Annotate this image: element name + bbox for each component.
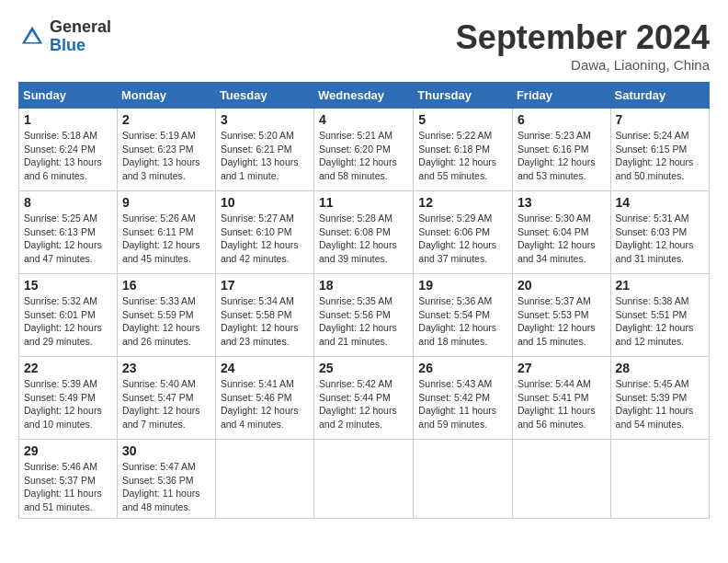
day-info: Sunrise: 5:27 AMSunset: 6:10 PMDaylight:… — [221, 212, 309, 266]
calendar-cell: 16Sunrise: 5:33 AMSunset: 5:59 PMDayligh… — [117, 274, 215, 357]
col-sunday: Sunday — [19, 83, 118, 109]
day-number: 3 — [221, 112, 309, 127]
logo: General Blue — [18, 18, 111, 55]
day-number: 6 — [518, 112, 606, 127]
sunset-text: Sunset: 6:01 PM — [24, 309, 96, 320]
sunrise-text: Sunrise: 5:33 AM — [122, 295, 196, 306]
calendar-table: Sunday Monday Tuesday Wednesday Thursday… — [18, 82, 710, 519]
calendar-cell: 4Sunrise: 5:21 AMSunset: 6:20 PMDaylight… — [314, 109, 414, 191]
calendar-cell: 17Sunrise: 5:34 AMSunset: 5:58 PMDayligh… — [215, 274, 313, 357]
logo-icon — [18, 23, 46, 51]
page-header: General Blue September 2024 Dawa, Liaoni… — [18, 18, 710, 73]
calendar-cell: 8Sunrise: 5:25 AMSunset: 6:13 PMDaylight… — [19, 191, 118, 274]
sunrise-text: Sunrise: 5:21 AM — [319, 130, 392, 141]
day-number: 17 — [221, 278, 309, 293]
day-info: Sunrise: 5:21 AMSunset: 6:20 PMDaylight:… — [319, 129, 408, 183]
day-info: Sunrise: 5:25 AMSunset: 6:13 PMDaylight:… — [24, 212, 112, 266]
calendar-cell — [610, 440, 709, 519]
sunset-text: Sunset: 5:51 PM — [616, 309, 688, 320]
day-info: Sunrise: 5:33 AMSunset: 5:59 PMDaylight:… — [122, 294, 210, 349]
calendar-cell — [314, 440, 414, 519]
calendar-cell: 9Sunrise: 5:26 AMSunset: 6:11 PMDaylight… — [117, 191, 215, 274]
day-info: Sunrise: 5:37 AMSunset: 5:53 PMDaylight:… — [518, 294, 606, 349]
day-number: 24 — [221, 361, 309, 375]
col-monday: Monday — [117, 83, 215, 109]
day-info: Sunrise: 5:41 AMSunset: 5:46 PMDaylight:… — [221, 377, 309, 431]
sunrise-text: Sunrise: 5:26 AM — [122, 213, 196, 224]
col-tuesday: Tuesday — [215, 83, 313, 109]
day-number: 4 — [319, 112, 408, 127]
calendar-cell: 7Sunrise: 5:24 AMSunset: 6:15 PMDaylight… — [610, 109, 709, 191]
calendar-cell: 10Sunrise: 5:27 AMSunset: 6:10 PMDayligh… — [215, 191, 313, 274]
sunrise-text: Sunrise: 5:46 AM — [24, 461, 97, 472]
daylight-text: Daylight: 12 hours and 29 minutes. — [24, 322, 102, 347]
day-info: Sunrise: 5:18 AMSunset: 6:24 PMDaylight:… — [24, 129, 112, 183]
day-info: Sunrise: 5:45 AMSunset: 5:39 PMDaylight:… — [616, 377, 704, 431]
sunrise-text: Sunrise: 5:45 AM — [616, 378, 689, 389]
sunset-text: Sunset: 6:04 PM — [518, 226, 589, 237]
day-number: 21 — [616, 278, 704, 293]
sunrise-text: Sunrise: 5:39 AM — [24, 378, 97, 389]
sunset-text: Sunset: 5:46 PM — [221, 392, 292, 403]
day-number: 11 — [319, 195, 408, 210]
calendar-cell: 13Sunrise: 5:30 AMSunset: 6:04 PMDayligh… — [512, 191, 610, 274]
sunset-text: Sunset: 6:03 PM — [616, 226, 688, 237]
daylight-text: Daylight: 11 hours and 51 minutes. — [24, 488, 102, 512]
sunrise-text: Sunrise: 5:36 AM — [418, 295, 492, 306]
daylight-text: Daylight: 12 hours and 2 minutes. — [319, 405, 397, 430]
calendar-cell — [215, 440, 313, 519]
calendar-cell: 19Sunrise: 5:36 AMSunset: 5:54 PMDayligh… — [414, 274, 513, 357]
day-number: 25 — [319, 361, 408, 375]
calendar-week-row: 1Sunrise: 5:18 AMSunset: 6:24 PMDaylight… — [19, 109, 710, 191]
daylight-text: Daylight: 12 hours and 10 minutes. — [24, 405, 102, 430]
day-info: Sunrise: 5:36 AMSunset: 5:54 PMDaylight:… — [418, 294, 507, 349]
day-number: 19 — [418, 278, 507, 293]
sunset-text: Sunset: 6:15 PM — [616, 144, 688, 155]
sunset-text: Sunset: 6:23 PM — [122, 144, 194, 155]
daylight-text: Daylight: 12 hours and 31 minutes. — [616, 239, 694, 264]
col-wednesday: Wednesday — [314, 83, 414, 109]
day-info: Sunrise: 5:31 AMSunset: 6:03 PMDaylight:… — [616, 212, 704, 266]
daylight-text: Daylight: 11 hours and 56 minutes. — [518, 405, 596, 430]
sunset-text: Sunset: 5:58 PM — [221, 309, 292, 320]
day-number: 16 — [122, 278, 210, 293]
sunrise-text: Sunrise: 5:24 AM — [616, 130, 689, 141]
sunrise-text: Sunrise: 5:31 AM — [616, 213, 689, 224]
col-thursday: Thursday — [414, 83, 513, 109]
col-friday: Friday — [512, 83, 610, 109]
sunrise-text: Sunrise: 5:28 AM — [319, 213, 392, 224]
day-info: Sunrise: 5:46 AMSunset: 5:37 PMDaylight:… — [24, 460, 112, 514]
calendar-cell: 5Sunrise: 5:22 AMSunset: 6:18 PMDaylight… — [414, 109, 513, 191]
sunset-text: Sunset: 6:21 PM — [221, 144, 292, 155]
sunrise-text: Sunrise: 5:38 AM — [616, 295, 689, 306]
day-info: Sunrise: 5:26 AMSunset: 6:11 PMDaylight:… — [122, 212, 210, 266]
daylight-text: Daylight: 12 hours and 39 minutes. — [319, 239, 397, 264]
sunset-text: Sunset: 6:24 PM — [24, 144, 96, 155]
daylight-text: Daylight: 12 hours and 4 minutes. — [221, 405, 299, 430]
sunrise-text: Sunrise: 5:41 AM — [221, 378, 294, 389]
sunrise-text: Sunrise: 5:40 AM — [122, 378, 196, 389]
sunrise-text: Sunrise: 5:22 AM — [418, 130, 492, 141]
sunrise-text: Sunrise: 5:19 AM — [122, 130, 196, 141]
month-title: September 2024 — [456, 18, 710, 57]
day-number: 2 — [122, 112, 210, 127]
sunrise-text: Sunrise: 5:35 AM — [319, 295, 392, 306]
calendar-cell: 24Sunrise: 5:41 AMSunset: 5:46 PMDayligh… — [215, 357, 313, 440]
daylight-text: Daylight: 11 hours and 59 minutes. — [418, 405, 496, 430]
day-info: Sunrise: 5:20 AMSunset: 6:21 PMDaylight:… — [221, 129, 309, 183]
daylight-text: Daylight: 12 hours and 47 minutes. — [24, 239, 102, 264]
sunset-text: Sunset: 5:41 PM — [518, 392, 589, 403]
calendar-week-row: 15Sunrise: 5:32 AMSunset: 6:01 PMDayligh… — [19, 274, 710, 357]
sunset-text: Sunset: 5:54 PM — [418, 309, 490, 320]
calendar-cell: 14Sunrise: 5:31 AMSunset: 6:03 PMDayligh… — [610, 191, 709, 274]
sunset-text: Sunset: 5:49 PM — [24, 392, 96, 403]
calendar-cell: 29Sunrise: 5:46 AMSunset: 5:37 PMDayligh… — [19, 440, 118, 519]
daylight-text: Daylight: 12 hours and 21 minutes. — [319, 322, 397, 347]
daylight-text: Daylight: 12 hours and 26 minutes. — [122, 322, 200, 347]
day-number: 1 — [24, 112, 112, 127]
sunset-text: Sunset: 5:47 PM — [122, 392, 194, 403]
calendar-week-row: 8Sunrise: 5:25 AMSunset: 6:13 PMDaylight… — [19, 191, 710, 274]
daylight-text: Daylight: 12 hours and 45 minutes. — [122, 239, 200, 264]
calendar-body: 1Sunrise: 5:18 AMSunset: 6:24 PMDaylight… — [19, 109, 710, 519]
calendar-cell: 28Sunrise: 5:45 AMSunset: 5:39 PMDayligh… — [610, 357, 709, 440]
